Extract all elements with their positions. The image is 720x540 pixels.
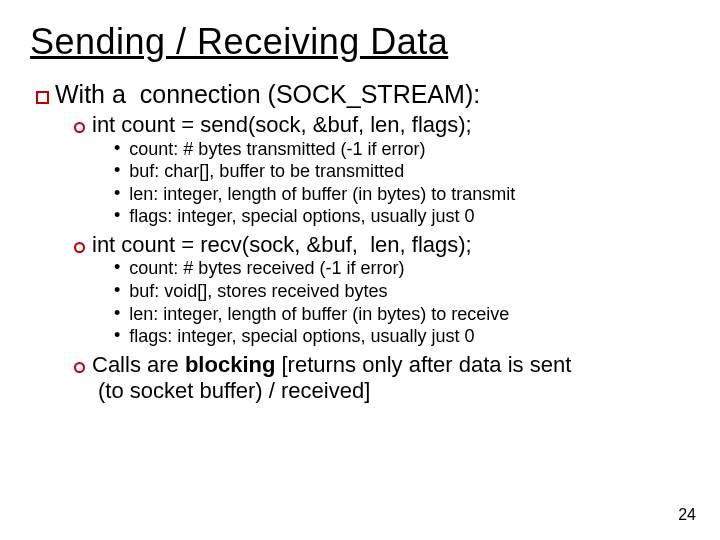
term: len: — [129, 184, 158, 204]
bullet-send-buf: •buf: char[], buffer to be transmitted — [114, 160, 690, 183]
code-send: int count = send(sock, &buf, len, flags)… — [92, 112, 472, 137]
text-blocking: blocking — [185, 352, 275, 377]
desc: # bytes received (-1 if error) — [178, 258, 404, 278]
bullet-send-flags: •flags: integer, special options, usuall… — [114, 205, 690, 228]
bullet-blocking-note-cont: (to socket buffer) / received] — [98, 378, 690, 404]
circle-bullet-icon — [74, 242, 85, 253]
text: ): — [465, 80, 480, 108]
text: With a connection ( — [55, 80, 276, 108]
desc: integer, special options, usually just 0 — [172, 326, 474, 346]
text: (to socket buffer) / received] — [98, 378, 370, 403]
bullet-recv-call: int count = recv(sock, &buf, len, flags)… — [74, 232, 690, 257]
code-recv: int count = recv(sock, &buf, len, flags)… — [92, 232, 472, 257]
page-number: 24 — [678, 506, 696, 524]
term: count: — [129, 258, 178, 278]
dot-bullet-icon: • — [114, 325, 120, 347]
bullet-send-len: •len: integer, length of buffer (in byte… — [114, 183, 690, 206]
dot-bullet-icon: • — [114, 257, 120, 279]
bullet-with-connection: With a connection (SOCK_STREAM): — [36, 80, 690, 109]
circle-bullet-icon — [74, 362, 85, 373]
dot-bullet-icon: • — [114, 303, 120, 325]
dot-bullet-icon: • — [114, 205, 120, 227]
term: flags: — [129, 326, 172, 346]
slide: Sending / Receiving Data With a connecti… — [0, 0, 720, 540]
text: [returns only after data is sent — [275, 352, 571, 377]
text-sock-stream: SOCK_STREAM — [276, 80, 465, 108]
desc: integer, length of buffer (in bytes) to … — [158, 184, 515, 204]
circle-bullet-icon — [74, 122, 85, 133]
bullet-send-call: int count = send(sock, &buf, len, flags)… — [74, 112, 690, 137]
dot-bullet-icon: • — [114, 160, 120, 182]
desc: # bytes transmitted (-1 if error) — [178, 139, 425, 159]
bullet-recv-len: •len: integer, length of buffer (in byte… — [114, 303, 690, 326]
term: buf: — [129, 161, 159, 181]
desc: integer, special options, usually just 0 — [172, 206, 474, 226]
bullet-recv-count: •count: # bytes received (-1 if error) — [114, 257, 690, 280]
slide-title: Sending / Receiving Data — [30, 22, 690, 62]
term: buf: — [129, 281, 159, 301]
text: Calls are — [92, 352, 185, 377]
dot-bullet-icon: • — [114, 183, 120, 205]
term: flags: — [129, 206, 172, 226]
dot-bullet-icon: • — [114, 280, 120, 302]
bullet-blocking-note: Calls are blocking [returns only after d… — [74, 352, 690, 378]
term: len: — [129, 304, 158, 324]
dot-bullet-icon: • — [114, 138, 120, 160]
desc: integer, length of buffer (in bytes) to … — [158, 304, 509, 324]
term: count: — [129, 139, 178, 159]
desc: char[], buffer to be transmitted — [159, 161, 404, 181]
desc: void[], stores received bytes — [159, 281, 387, 301]
square-bullet-icon — [36, 91, 49, 104]
bullet-recv-buf: •buf: void[], stores received bytes — [114, 280, 690, 303]
bullet-send-count: •count: # bytes transmitted (-1 if error… — [114, 138, 690, 161]
bullet-recv-flags: •flags: integer, special options, usuall… — [114, 325, 690, 348]
